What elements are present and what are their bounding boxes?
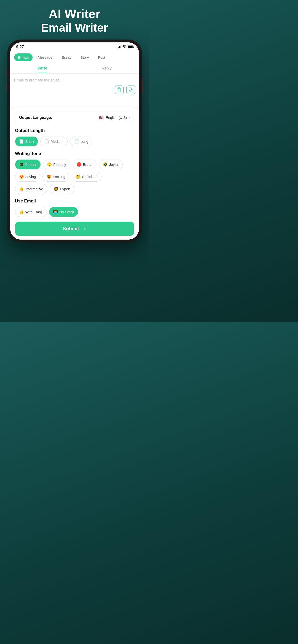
with-emoji-option[interactable]: 👍 With Emoji xyxy=(15,207,47,217)
phone-frame: 9:27 xyxy=(8,40,142,242)
friendly-label: Friendly xyxy=(53,162,66,166)
with-emoji-icon: 👍 xyxy=(19,210,24,214)
expert-icon: 🧔 xyxy=(54,187,59,191)
chevron-right-icon: › xyxy=(129,116,130,120)
tone-friendly[interactable]: 🙂 Friendly xyxy=(43,160,70,170)
tone-loving[interactable]: 😍 Loving xyxy=(15,172,40,182)
writing-tone-options: 🎓 Formal 🙂 Friendly 🔴 Brutal 🤣 Joyful xyxy=(15,160,134,194)
phone-side-left xyxy=(6,68,8,91)
volume-up-button xyxy=(6,68,8,78)
tone-expert[interactable]: 🧔 Expert xyxy=(50,184,74,194)
brutal-icon: 🔴 xyxy=(77,162,82,167)
no-emoji-label: No Emoji xyxy=(59,210,74,214)
power-button xyxy=(142,78,143,94)
status-bar: 9:27 xyxy=(10,42,139,50)
joyful-label: Joyful xyxy=(109,162,118,166)
surprised-label: Surprised xyxy=(82,175,97,179)
tone-formal[interactable]: 🎓 Formal xyxy=(15,160,41,170)
formal-label: Formal xyxy=(26,162,37,166)
app-content: E-mail Message Essay Story Post Write Re… xyxy=(10,50,139,240)
battery-icon xyxy=(128,46,133,48)
wifi-icon xyxy=(122,45,126,49)
main-tab-nav: E-mail Message Essay Story Post xyxy=(10,50,139,63)
loving-icon: 😍 xyxy=(19,174,24,179)
status-time: 9:27 xyxy=(16,45,24,49)
volume-down-button xyxy=(6,81,8,91)
tab-message[interactable]: Message xyxy=(34,54,56,61)
microphone-icon[interactable] xyxy=(126,86,135,94)
tab-email[interactable]: E-mail xyxy=(14,54,33,61)
expert-label: Expert xyxy=(60,187,70,191)
exciting-icon: 🤩 xyxy=(47,174,51,179)
svg-rect-1 xyxy=(130,88,131,90)
friendly-icon: 🙂 xyxy=(47,162,52,167)
output-language-row[interactable]: Output Language: 🇺🇸 English (U.S) › xyxy=(15,112,134,124)
tab-post[interactable]: Post xyxy=(94,54,109,61)
app-title-line2: Email Writer xyxy=(41,21,108,35)
tone-joyful[interactable]: 🤣 Joyful xyxy=(99,160,123,170)
exciting-label: Exciting xyxy=(53,175,66,179)
status-icons xyxy=(117,45,133,49)
joyful-icon: 🤣 xyxy=(103,162,108,167)
no-emoji-option[interactable]: 🧑‍💻 No Emoji xyxy=(49,207,78,217)
text-area-toolbar xyxy=(14,86,135,94)
flag-icon: 🇺🇸 xyxy=(99,116,104,120)
signal-icon xyxy=(117,46,121,48)
tone-surprised[interactable]: 🤔 Surprised xyxy=(72,172,101,182)
phone-side-right xyxy=(142,78,143,94)
writing-tone-title: Writing Tone xyxy=(15,151,134,156)
phone-screen: 9:27 xyxy=(10,42,139,240)
tab-story[interactable]: Story xyxy=(77,54,93,61)
emoji-options: 👍 With Emoji 🧑‍💻 No Emoji xyxy=(15,207,134,217)
medium-icon: 📄 xyxy=(44,139,49,144)
output-language-label: Output Language: xyxy=(19,116,52,120)
no-emoji-icon: 🧑‍💻 xyxy=(53,210,58,214)
write-reply-tabs: Write Reply xyxy=(10,63,139,74)
tone-exciting[interactable]: 🤩 Exciting xyxy=(43,172,70,182)
app-title: AI Writer Email Writer xyxy=(41,7,108,35)
use-emoji-title: Use Emoji xyxy=(15,198,134,204)
surprised-icon: 🤔 xyxy=(76,174,81,179)
length-long[interactable]: 📄 Long xyxy=(70,136,92,146)
tab-write[interactable]: Write xyxy=(10,63,75,73)
formal-icon: 🎓 xyxy=(19,162,24,167)
length-medium[interactable]: 📄 Medium xyxy=(40,136,67,146)
tone-informative[interactable]: 🤙 Informative xyxy=(15,184,47,194)
informative-icon: 🤙 xyxy=(19,187,24,191)
length-short[interactable]: 📄 Short xyxy=(15,136,38,146)
medium-label: Medium xyxy=(51,140,63,144)
long-icon: 📄 xyxy=(74,139,79,144)
brutal-label: Brutal xyxy=(83,162,92,166)
tab-reply[interactable]: Reply xyxy=(75,63,139,73)
output-language-value: 🇺🇸 English (U.S) › xyxy=(99,116,130,120)
submit-button[interactable]: Submit → xyxy=(15,222,134,236)
text-placeholder[interactable]: Email to promote the sales... xyxy=(14,78,135,83)
short-label: Short xyxy=(26,140,34,144)
submit-arrow: → xyxy=(81,226,86,232)
long-label: Long xyxy=(80,140,88,144)
tone-brutal[interactable]: 🔴 Brutal xyxy=(73,160,96,170)
text-input-area: Email to promote the sales... xyxy=(10,74,139,107)
submit-label: Submit xyxy=(63,226,79,232)
bottom-panel: Output Language: 🇺🇸 English (U.S) › Outp… xyxy=(10,107,139,240)
with-emoji-label: With Emoji xyxy=(26,210,43,214)
output-length-options: 📄 Short 📄 Medium 📄 Long xyxy=(15,136,134,146)
language-text: English (U.S) xyxy=(106,116,127,120)
output-length-title: Output Length xyxy=(15,128,134,133)
loving-label: Loving xyxy=(26,175,36,179)
app-title-line1: AI Writer xyxy=(41,7,108,21)
clipboard-icon[interactable] xyxy=(115,86,123,94)
informative-label: Informative xyxy=(26,187,43,191)
short-icon: 📄 xyxy=(19,139,24,144)
tab-essay[interactable]: Essay xyxy=(58,54,75,61)
